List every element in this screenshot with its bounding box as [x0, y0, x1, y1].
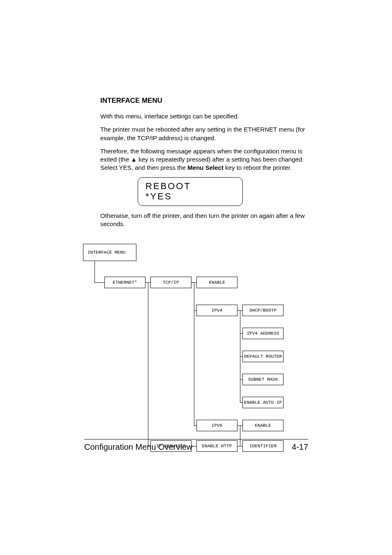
page-footer: Configuration Menu Overview 4-17	[84, 442, 308, 452]
connector	[194, 282, 194, 426]
node-interface-menu: INTERFACE MENU	[83, 244, 136, 261]
section-heading: INTERFACE MENU	[100, 97, 310, 105]
node-ipv4-address: IPV4 ADDRESS	[242, 328, 284, 339]
connector	[148, 282, 148, 446]
para-reboot-note: The printer must be rebooted after any s…	[100, 125, 310, 142]
node-ipv6-enable: ENABLE	[242, 420, 284, 431]
display-line-2: *YES	[145, 192, 236, 201]
footer-page-number: 4-17	[292, 442, 308, 452]
para-instruction: Therefore, the following message appears…	[100, 147, 310, 172]
footer-rule	[84, 439, 308, 439]
node-default-router: DEFAULT ROUTER	[242, 351, 284, 362]
node-enable-auto-ip: ENABLE AUTO IP	[242, 397, 284, 408]
node-subnet-mask: SUBNET MASK	[242, 374, 284, 385]
node-ipv4: IPV4	[196, 305, 238, 316]
node-tcpip: TCP/IP	[150, 277, 191, 288]
printer-display: REBOOT *YES	[138, 177, 243, 206]
para-intro: With this menu, interface settings can b…	[100, 112, 310, 120]
node-dhcp-bootp: DHCP/BOOTP	[242, 305, 284, 316]
menu-tree: INTERFACE MENU ETHERNET* TCP/IP ENABLE I…	[86, 244, 310, 445]
para3-post: key to reboot the printer.	[224, 164, 292, 171]
footer-title: Configuration Menu Overview	[84, 442, 192, 452]
connector	[95, 282, 104, 283]
para-otherwise: Otherwise, turn off the printer, and the…	[100, 212, 310, 229]
connector	[95, 261, 95, 283]
node-ipv6: IPV6	[196, 420, 238, 431]
page: INTERFACE MENU With this menu, interface…	[0, 0, 392, 555]
display-line-1: REBOOT	[145, 181, 236, 191]
node-ethernet: ETHERNET*	[104, 277, 145, 288]
para3-bold: Menu Select	[187, 164, 224, 171]
node-enable-tcpip: ENABLE	[196, 277, 238, 288]
